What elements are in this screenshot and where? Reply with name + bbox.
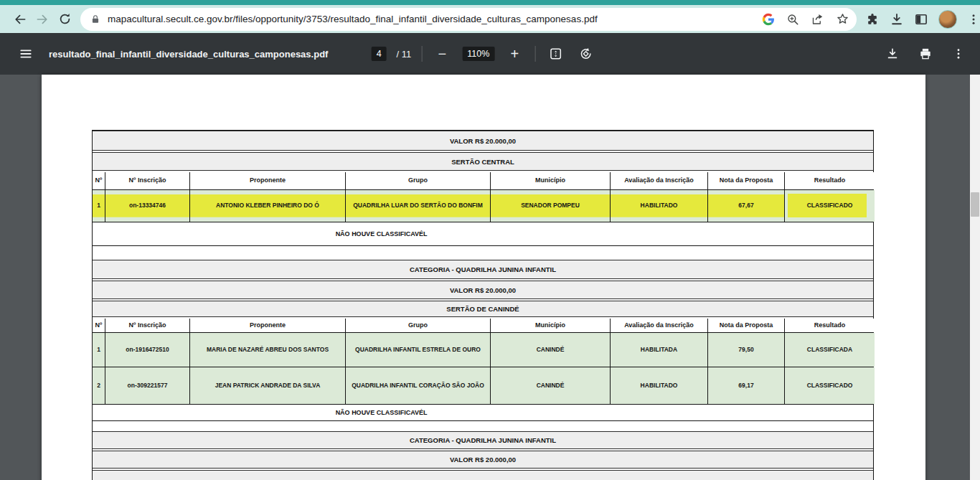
table-cell: CLASSIFICADO: [785, 367, 875, 404]
table-cell: QUADRILHA INFANTIL ESTRELA DE OURO: [346, 333, 491, 367]
table-row-spacer: [93, 246, 873, 260]
table-cell: 67,67: [708, 190, 785, 222]
bookmark-star-icon[interactable]: [836, 12, 849, 26]
zoom-out-button[interactable]: −: [432, 44, 452, 64]
table-row-band: CATEGORIA - QUADRILHA JUNINA INFANTIL: [93, 431, 873, 449]
table-row-band: VALOR R$ 20.000,00: [93, 451, 873, 469]
download-icon[interactable]: [890, 12, 904, 27]
pdf-print-button[interactable]: [915, 44, 936, 64]
plus-icon: +: [511, 46, 519, 62]
rotate-icon: [578, 47, 593, 61]
column-header-cell: Nota da Proposta: [708, 172, 785, 189]
column-header-cell: Proponente: [190, 172, 346, 189]
table-cell: SENADOR POMPEU: [491, 190, 611, 222]
section-band-label: VALOR R$ 20.000,00: [450, 456, 516, 463]
table-cell: QUADRILHA INFANTIL CORAÇÃO SÃO JOÃO: [346, 367, 491, 404]
section-band-label: CATEGORIA - QUADRILHA JUNINA INFANTIL: [410, 265, 556, 273]
pdf-more-button[interactable]: [948, 44, 969, 64]
table-row-band: CATEGORIA - QUADRILHA JUNINA INFANTIL: [93, 260, 873, 279]
toolbar-divider: [421, 46, 422, 62]
table-cell: QUADRILHA LUAR DO SERTÃO DO BONFIM: [346, 190, 491, 222]
table-row-data: 1on-13334746ANTONIO KLEBER PINHEIRO DO Ó…: [93, 190, 873, 222]
address-bar[interactable]: mapacultural.secult.ce.gov.br/files/oppo…: [80, 8, 857, 31]
section-band-label: SERTÃO CENTRAL: [451, 158, 514, 166]
column-header-cell: Município: [491, 319, 611, 332]
lock-icon[interactable]: [90, 14, 100, 25]
page-total-label: / 11: [397, 49, 412, 60]
table-row-band: VALOR R$ 20.000,00: [93, 281, 873, 299]
pdf-more-icon: [952, 47, 965, 60]
zoom-level-value: 110%: [462, 47, 494, 61]
table-cell: on-13334746: [105, 190, 190, 222]
scrollbar-thumb[interactable]: [971, 192, 979, 217]
share-icon[interactable]: [811, 13, 824, 26]
reload-icon: [58, 12, 72, 26]
browser-toolbar: mapacultural.secult.ce.gov.br/files/oppo…: [0, 5, 980, 33]
column-header-cell: Avaliação da Inscrição: [611, 319, 708, 332]
table-cell: HABILITADA: [611, 333, 708, 367]
table-row-data: 1on-1916472510MARIA DE NAZARÉ ABREU DOS …: [93, 333, 873, 367]
section-band-label: SERTÃO DE CANINDÉ: [446, 305, 519, 313]
table-cell: 1: [93, 333, 105, 367]
zoom-in-button[interactable]: +: [504, 44, 524, 64]
pdf-menu-button[interactable]: [16, 44, 36, 64]
column-header-cell: Grupo: [346, 172, 491, 189]
table-cell: 2: [93, 367, 105, 404]
pdf-viewer-area: VALOR R$ 20.000,00SERTÃO CENTRALNºNº Ins…: [0, 75, 980, 480]
toolbar-divider: [534, 46, 535, 62]
zoom-page-icon[interactable]: [786, 13, 799, 26]
rotate-button[interactable]: [575, 44, 595, 64]
table-cell: on-309221577: [105, 367, 190, 404]
table-row-note: NÃO HOUVE CLASSIFICAVÉL: [93, 405, 873, 421]
reload-button[interactable]: [54, 7, 76, 32]
table-cell: HABILITADO: [611, 367, 708, 404]
table-cell: MARIA DE NAZARÉ ABREU DOS SANTOS: [190, 333, 346, 367]
column-header-cell: Nota da Proposta: [708, 319, 785, 332]
forward-button[interactable]: [31, 7, 53, 32]
table-row-header: NºNº InscriçãoProponenteGrupoMunicípioAv…: [93, 172, 873, 190]
table-row-note: NÃO HOUVE CLASSIFICAVÉL: [93, 222, 873, 246]
back-button[interactable]: [9, 7, 31, 32]
table-cell: CANINDÉ: [491, 367, 611, 404]
fit-page-button[interactable]: [545, 44, 565, 64]
column-header-cell: Nº: [93, 172, 105, 189]
table-cell: JEAN PATRICK ANDRADE DA SILVA: [190, 367, 346, 404]
column-header-cell: Município: [491, 172, 611, 189]
table-cell: CANINDÉ: [491, 333, 611, 367]
pdf-filename: resultado_final_infantil_diversidade_cul…: [49, 49, 328, 60]
table-row-header: NºNº InscriçãoProponenteGrupoMunicípioAv…: [93, 319, 873, 333]
fit-page-icon: [548, 47, 562, 61]
profile-avatar[interactable]: [938, 10, 957, 29]
side-panel-icon[interactable]: [914, 12, 928, 27]
column-header-cell: Nº Inscrição: [105, 319, 190, 332]
section-band-label: CATEGORIA - QUADRILHA JUNINA INFANTIL: [410, 436, 556, 444]
note-label: NÃO HOUVE CLASSIFICAVÉL: [93, 230, 670, 237]
column-header-cell: Avaliação da Inscrição: [611, 172, 708, 189]
browser-menu-icon[interactable]: [967, 13, 980, 26]
table-cell: 69,17: [708, 367, 785, 404]
pdf-table: VALOR R$ 20.000,00SERTÃO CENTRALNºNº Ins…: [92, 130, 874, 480]
table-cell: HABILITADO: [611, 190, 708, 222]
note-label: NÃO HOUVE CLASSIFICAVÉL: [93, 409, 670, 416]
pdf-download-icon: [885, 47, 900, 61]
table-row-spacer: [93, 421, 873, 431]
extensions-puzzle-icon[interactable]: [865, 12, 880, 27]
table-row-band: VALOR R$ 20.000,00: [93, 131, 873, 151]
column-header-cell: Grupo: [346, 319, 491, 332]
table-cell: 79,50: [708, 333, 785, 367]
section-band-label: VALOR R$ 20.000,00: [450, 137, 516, 145]
hamburger-icon: [19, 47, 33, 61]
forward-arrow-icon: [35, 12, 50, 27]
column-header-cell: Proponente: [190, 319, 346, 332]
table-row-band: SERTÃO CENTRAL: [93, 152, 873, 171]
pdf-download-button[interactable]: [882, 44, 903, 64]
table-row-band: SERTÃO DE SOBRAL: [93, 470, 873, 480]
print-icon: [918, 47, 933, 61]
scrollbar-track[interactable]: [970, 75, 980, 480]
table-cell: CLASSIFICADO: [785, 190, 875, 222]
column-header-cell: Resultado: [785, 172, 875, 189]
table-cell: ANTONIO KLEBER PINHEIRO DO Ó: [190, 190, 346, 222]
url-text[interactable]: mapacultural.secult.ce.gov.br/files/oppo…: [108, 14, 756, 24]
minus-icon: −: [438, 46, 446, 62]
page-number-input[interactable]: 4: [372, 47, 387, 61]
